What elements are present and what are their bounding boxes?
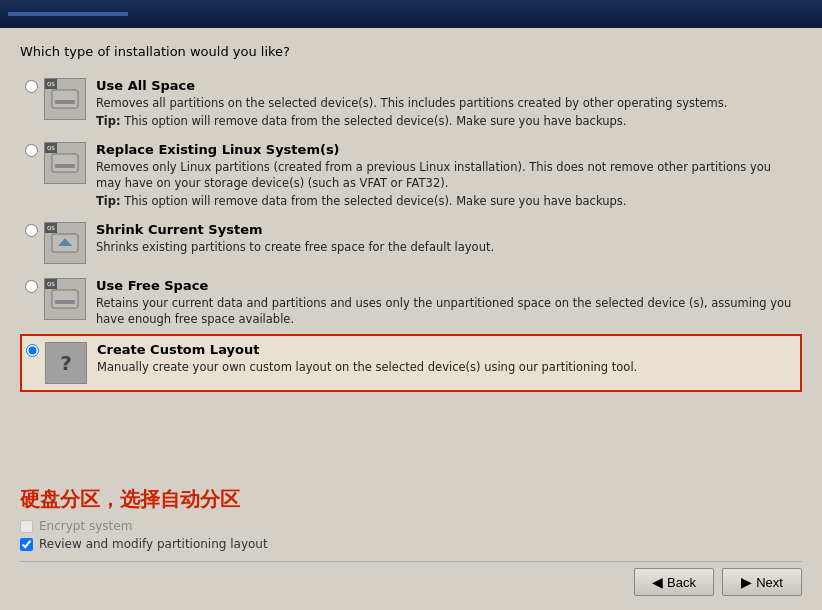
annotation-text: 硬盘分区，选择自动分区	[20, 486, 802, 513]
icon-shrink: os	[44, 222, 86, 264]
option-title-3: Shrink Current System	[96, 222, 797, 237]
next-button[interactable]: ▶ Next	[722, 568, 802, 596]
question-label: Which type of installation would you lik…	[20, 44, 802, 59]
radio-use-all-space[interactable]	[25, 80, 38, 93]
svg-rect-3	[55, 164, 75, 168]
next-icon: ▶	[741, 574, 752, 590]
os-badge-1: os	[45, 79, 57, 89]
review-checkbox[interactable]	[20, 538, 33, 551]
title-bar-text	[8, 12, 128, 16]
option-text-3: Shrink Current System Shrinks existing p…	[96, 222, 797, 255]
option-desc-2: Removes only Linux partitions (created f…	[96, 159, 797, 191]
svg-rect-0	[52, 90, 78, 108]
icon-custom-layout: ?	[45, 342, 87, 384]
hdd-icon-1	[50, 86, 80, 112]
main-content: Which type of installation would you lik…	[0, 28, 822, 610]
option-title-1: Use All Space	[96, 78, 797, 93]
option-desc-3: Shrinks existing partitions to create fr…	[96, 239, 797, 255]
title-bar	[0, 0, 822, 28]
option-tip-2: Tip: This option will remove data from t…	[96, 194, 797, 208]
radio-wrap-3[interactable]	[25, 224, 38, 240]
radio-replace-linux[interactable]	[25, 144, 38, 157]
os-badge-2: os	[45, 143, 57, 153]
installer-window: Which type of installation would you lik…	[0, 0, 822, 610]
radio-shrink[interactable]	[25, 224, 38, 237]
option-desc-1: Removes all partitions on the selected d…	[96, 95, 797, 111]
question-mark-icon: ?	[60, 351, 72, 375]
option-text-4: Use Free Space Retains your current data…	[96, 278, 797, 327]
icon-use-all-space: os	[44, 78, 86, 120]
os-badge-3: os	[45, 223, 57, 233]
os-badge-4: os	[45, 279, 57, 289]
option-text-2: Replace Existing Linux System(s) Removes…	[96, 142, 797, 208]
option-replace-linux[interactable]: os Replace Existing Linux System(s) Remo…	[20, 135, 802, 215]
option-use-all-space[interactable]: os Use All Space Removes all partitions …	[20, 71, 802, 135]
radio-custom-layout[interactable]	[26, 344, 39, 357]
hdd-icon-4	[50, 286, 80, 312]
icon-replace-linux: os	[44, 142, 86, 184]
option-title-2: Replace Existing Linux System(s)	[96, 142, 797, 157]
option-text-1: Use All Space Removes all partitions on …	[96, 78, 797, 128]
encrypt-checkbox-row[interactable]: Encrypt system	[20, 519, 802, 533]
option-desc-4: Retains your current data and partitions…	[96, 295, 797, 327]
svg-rect-7	[55, 300, 75, 304]
svg-rect-2	[52, 154, 78, 172]
encrypt-checkbox[interactable]	[20, 520, 33, 533]
option-text-5: Create Custom Layout Manually create you…	[97, 342, 796, 375]
radio-wrap-5[interactable]	[26, 344, 39, 360]
radio-wrap-4[interactable]	[25, 280, 38, 296]
option-title-5: Create Custom Layout	[97, 342, 796, 357]
review-label: Review and modify partitioning layout	[39, 537, 268, 551]
footer: ◀ Back ▶ Next	[20, 561, 802, 600]
svg-rect-6	[52, 290, 78, 308]
option-custom-layout[interactable]: ? Create Custom Layout Manually create y…	[20, 334, 802, 392]
option-desc-5: Manually create your own custom layout o…	[97, 359, 796, 375]
back-icon: ◀	[652, 574, 663, 590]
options-list: os Use All Space Removes all partitions …	[20, 71, 802, 478]
hdd-icon-2	[50, 150, 80, 176]
back-button[interactable]: ◀ Back	[634, 568, 714, 596]
review-checkbox-row[interactable]: Review and modify partitioning layout	[20, 537, 802, 551]
option-free-space[interactable]: os Use Free Space Retains your current d…	[20, 271, 802, 334]
shrink-icon	[50, 230, 80, 256]
radio-free-space[interactable]	[25, 280, 38, 293]
encrypt-label: Encrypt system	[39, 519, 132, 533]
option-shrink[interactable]: os Shrink Current System Shrinks existin…	[20, 215, 802, 271]
back-label: Back	[667, 575, 696, 590]
icon-free-space: os	[44, 278, 86, 320]
option-title-4: Use Free Space	[96, 278, 797, 293]
radio-wrap-2[interactable]	[25, 144, 38, 160]
radio-wrap-1[interactable]	[25, 80, 38, 96]
svg-rect-1	[55, 100, 75, 104]
option-tip-1: Tip: This option will remove data from t…	[96, 114, 797, 128]
next-label: Next	[756, 575, 783, 590]
checkboxes-area: Encrypt system Review and modify partiti…	[20, 519, 802, 551]
